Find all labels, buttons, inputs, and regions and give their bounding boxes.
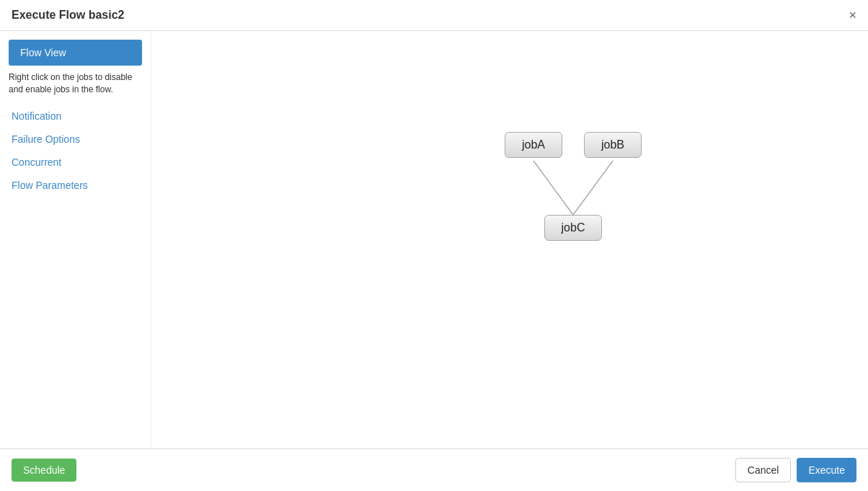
flow-canvas: jobAjobBjobC <box>151 31 868 448</box>
job-node-jobC[interactable]: jobC <box>544 215 602 241</box>
flow-view-description: Right click on the jobs to disable and e… <box>0 71 151 105</box>
close-icon[interactable]: × <box>849 9 856 22</box>
cancel-button[interactable]: Cancel <box>735 458 792 482</box>
flow-view-button[interactable]: Flow View <box>9 40 142 66</box>
footer-right-buttons: Cancel Execute <box>735 458 856 482</box>
modal-body: Flow View Right click on the jobs to dis… <box>0 31 868 448</box>
sidebar: Flow View Right click on the jobs to dis… <box>0 31 151 448</box>
modal-title: Execute Flow basic2 <box>12 9 125 22</box>
job-node-jobB[interactable]: jobB <box>584 132 642 158</box>
execute-button[interactable]: Execute <box>797 458 856 482</box>
flow-connections <box>151 31 868 448</box>
modal-footer: Schedule Cancel Execute <box>0 448 868 491</box>
modal-header: Execute Flow basic2 × <box>0 0 868 31</box>
flow-canvas-container: jobAjobBjobC <box>151 31 868 448</box>
sidebar-item-notification[interactable]: Notification <box>0 105 151 128</box>
job-node-jobA[interactable]: jobA <box>505 132 562 158</box>
schedule-button[interactable]: Schedule <box>12 459 76 482</box>
sidebar-item-failure-options[interactable]: Failure Options <box>0 128 151 151</box>
execute-flow-modal: Execute Flow basic2 × Flow View Right cl… <box>0 0 868 491</box>
sidebar-item-concurrent[interactable]: Concurrent <box>0 151 151 174</box>
sidebar-item-flow-parameters[interactable]: Flow Parameters <box>0 174 151 197</box>
svg-line-1 <box>573 161 613 215</box>
svg-line-0 <box>533 161 573 215</box>
